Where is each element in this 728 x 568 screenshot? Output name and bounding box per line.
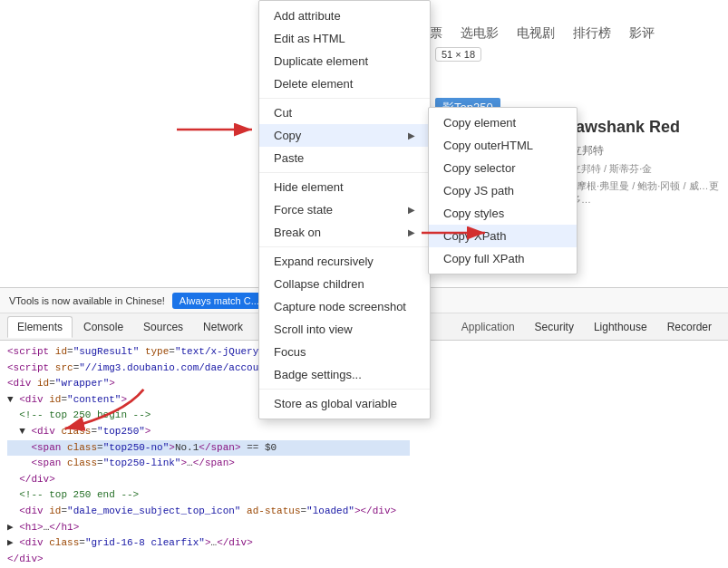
director-name: 立邦特 [571,143,728,159]
submenu-copy-full-xpath[interactable]: Copy full XPath [429,247,577,270]
menu-item-delete-element[interactable]: Delete element [259,72,430,95]
menu-item-copy[interactable]: Copy ▶ [259,124,430,147]
tab-console[interactable]: Console [74,317,132,337]
code-line-8: <span class="top250-link">…</span> [7,456,410,472]
cast-line1: 立邦特 / 斯蒂芬·金 [571,162,728,176]
size-badge: 51 × 18 [435,47,481,62]
code-line-14: </div> [7,552,410,568]
nav-item-tv[interactable]: 电视剧 [517,25,555,42]
tab-lighthouse[interactable]: Lighthouse [585,317,656,337]
menu-item-expand-recursively[interactable]: Expand recursively [259,250,430,273]
menu-item-edit-as-html[interactable]: Edit as HTML [259,27,430,50]
menu-item-break-on[interactable]: Break on ▶ [259,221,430,244]
submenu-copy-selector[interactable]: Copy selector [429,157,577,179]
menu-item-collapse-children[interactable]: Collapse children [259,273,430,295]
code-line-10: <!-- top 250 end --> [7,487,410,504]
menu-item-cut[interactable]: Cut [259,101,430,124]
nav-item-rankings[interactable]: 排行榜 [573,25,611,42]
tab-network[interactable]: Network [194,317,252,337]
nav-item-reviews[interactable]: 影评 [629,25,655,42]
menu-item-paste[interactable]: Paste [259,147,430,169]
tab-recorder[interactable]: Recorder [658,317,721,337]
menu-divider-2 [259,172,430,173]
devtools-info-text: VTools is now available in Chinese! [9,295,165,306]
submenu-arrow-icon: ▶ [408,130,415,140]
menu-divider-4 [259,389,430,390]
submenu-copy-styles[interactable]: Copy styles [429,202,577,225]
menu-item-capture-screenshot[interactable]: Capture node screenshot [259,295,430,318]
code-line-9: </div> [7,472,410,488]
menu-item-force-state[interactable]: Force state ▶ [259,198,430,221]
submenu-copy-outerhtml[interactable]: Copy outerHTML [429,134,577,157]
menu-item-store-global[interactable]: Store as global variable [259,392,430,415]
force-state-arrow-icon: ▶ [408,205,415,215]
code-line-12: ▶ <h1>…</h1> [7,520,410,536]
menu-item-scroll-into-view[interactable]: Scroll into view [259,318,430,341]
cast-line2: / 摩根·弗里曼 / 鲍勃·冈顿 / 威…更多… [571,179,728,207]
menu-item-add-attribute[interactable]: Add attribute [259,5,430,27]
copy-submenu: Copy element Copy outerHTML Copy selecto… [428,107,578,274]
menu-item-hide-element[interactable]: Hide element [259,176,430,198]
submenu-copy-xpath[interactable]: Copy XPath [429,225,577,247]
code-line-6: ▼ <div class="top250"> [7,424,410,440]
code-line-13: ▶ <div class="grid-16-8 clearfix">…</div… [7,535,410,552]
top-navigation: 购票 选电影 电视剧 排行榜 影评 [417,25,655,42]
menu-item-badge-settings[interactable]: Badge settings... [259,363,430,386]
menu-item-focus[interactable]: Focus [259,341,430,363]
menu-divider-3 [259,246,430,247]
context-menu: Add attribute Edit as HTML Duplicate ele… [258,0,431,419]
code-line-11: <div id="dale_movie_subject_top_icon" ad… [7,504,410,520]
director-info: 立邦特 立邦特 / 斯蒂芬·金 / 摩根·弗里曼 / 鲍勃·冈顿 / 威…更多… [571,143,728,207]
tab-elements[interactable]: Elements [7,316,73,338]
tab-security[interactable]: Security [526,317,583,337]
movie-title: jawshank Red [571,118,680,137]
nav-item-movies[interactable]: 选电影 [461,25,499,42]
break-on-arrow-icon: ▶ [408,227,415,237]
submenu-copy-element[interactable]: Copy element [429,111,577,134]
code-line-7[interactable]: <span class="top250-no">No.1</span> == $… [7,440,410,457]
submenu-copy-js-path[interactable]: Copy JS path [429,179,577,202]
always-match-button[interactable]: Always match C... [172,293,267,309]
menu-item-duplicate-element[interactable]: Duplicate element [259,50,430,72]
tab-application[interactable]: Application [452,317,524,337]
tab-sources[interactable]: Sources [134,317,192,337]
menu-divider-1 [259,98,430,99]
